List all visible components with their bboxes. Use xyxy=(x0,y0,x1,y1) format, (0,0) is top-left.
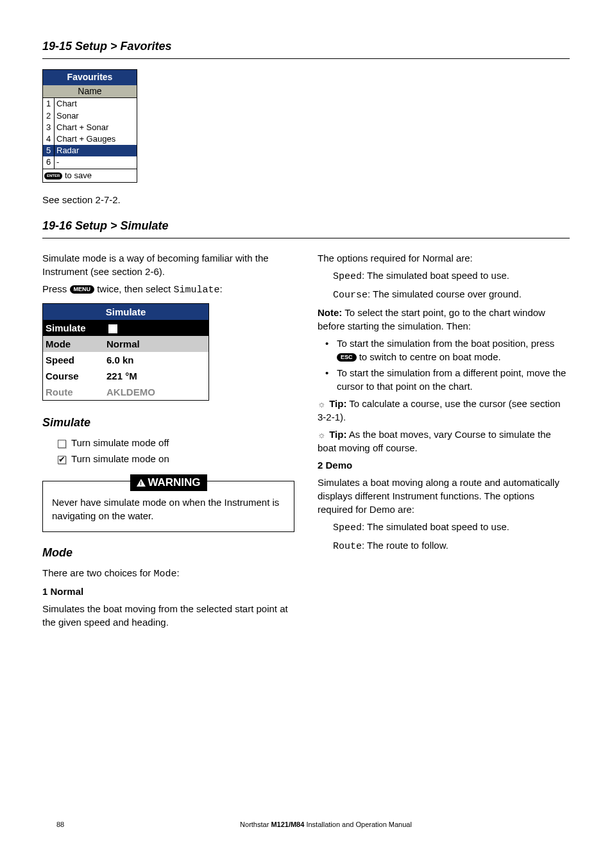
mode-1-text: Simulates the boat moving from the selec… xyxy=(42,602,294,629)
mode-1-normal: 1 Normal xyxy=(42,585,294,598)
fav-row-6: 6- xyxy=(43,156,137,168)
sim-label-speed: Speed xyxy=(43,352,104,368)
simulate-off-item: Turn simulate mode off xyxy=(58,436,294,449)
page-footer: 88 Northstar M121/M84 Installation and O… xyxy=(56,820,570,830)
enter-key-icon: ENTER xyxy=(44,172,62,179)
sim-value-speed: 6.0 kn xyxy=(104,352,208,368)
sim-value-mode: Normal xyxy=(104,336,208,352)
simulate-subhead: Simulate xyxy=(42,415,294,431)
menu-key-icon: MENU xyxy=(70,285,95,294)
sim-value-simulate xyxy=(104,320,208,336)
sim-label-course: Course xyxy=(43,368,104,384)
sim-label-simulate: Simulate xyxy=(43,320,104,336)
tip-icon xyxy=(318,400,327,409)
note-text: Note: To select the start point, go to t… xyxy=(318,306,570,333)
fav-row-1: 1Chart xyxy=(43,98,137,110)
mode-2-text: Simulates a boat moving along a route an… xyxy=(318,476,570,516)
right-column: The options required for Normal are: Spe… xyxy=(318,247,570,633)
fav-row-5-selected: 5Radar xyxy=(43,145,137,156)
simulate-widget-title: Simulate xyxy=(43,304,208,320)
bullet-different-point: To start the simulation from a different… xyxy=(325,366,570,393)
press-instruction: Press MENU twice, then select Simulate: xyxy=(42,282,294,297)
sim-label-route: Route xyxy=(43,384,104,400)
warning-box: WARNING Never have simulate mode on when… xyxy=(42,481,294,532)
esc-key-icon: ESC xyxy=(337,353,357,362)
warning-text: Never have simulate mode on when the Ins… xyxy=(52,497,279,521)
favourites-save: ENTER to save xyxy=(43,169,137,182)
start-point-list: To start the simulation from the boat po… xyxy=(318,337,570,393)
favourites-widget: Favourites Name 1Chart 2Sonar 3Chart + S… xyxy=(42,69,137,183)
tip-2: Tip: As the boat moves, vary Course to s… xyxy=(318,428,570,455)
demo-route-option: Route: The route to follow. xyxy=(333,538,570,553)
simulate-on-item: Turn simulate mode on xyxy=(58,452,294,465)
footer-text: Northstar M121/M84 Installation and Oper… xyxy=(82,820,570,830)
checkbox-checked-icon xyxy=(58,456,66,464)
sim-value-route: AKLDEMO xyxy=(104,384,208,400)
simulate-intro: Simulate mode is a way of becoming famil… xyxy=(42,251,294,278)
sim-label-mode: Mode xyxy=(43,336,104,352)
section-title-simulate: 19-16 Setup > Simulate xyxy=(42,218,570,238)
see-section-text: See section 2-7-2. xyxy=(42,193,570,206)
favourites-header: Favourites xyxy=(43,70,137,85)
speed-option: Speed: The simulated boat speed to use. xyxy=(333,269,570,283)
demo-speed-option: Speed: The simulated boat speed to use. xyxy=(333,520,570,535)
fav-row-3: 3Chart + Sonar xyxy=(43,122,137,133)
mode-intro: There are two choices for Mode: xyxy=(42,566,294,581)
course-option: Course: The simulated course over ground… xyxy=(333,287,570,302)
left-column: Simulate mode is a way of becoming famil… xyxy=(42,247,294,633)
warning-triangle-icon xyxy=(136,479,145,487)
bullet-boat-position: To start the simulation from the boat po… xyxy=(325,337,570,363)
mode-subhead: Mode xyxy=(42,545,294,561)
mode-2-demo: 2 Demo xyxy=(318,458,570,472)
simulate-widget: Simulate Simulate Mode Speed Course Rout… xyxy=(42,303,209,401)
fav-row-2: 2Sonar xyxy=(43,110,137,122)
section-title-favorites: 19-15 Setup > Favorites xyxy=(42,38,570,59)
checkbox-empty-icon xyxy=(58,440,66,448)
fav-row-4: 4Chart + Gauges xyxy=(43,133,137,145)
page-number: 88 xyxy=(56,820,82,830)
normal-options: The options required for Normal are: xyxy=(318,251,570,265)
sim-value-course: 221 °M xyxy=(104,368,208,384)
checkbox-icon xyxy=(108,324,117,333)
favourites-name-label: Name xyxy=(43,85,137,99)
tip-1: Tip: To calculate a course, use the curs… xyxy=(318,397,570,424)
warning-label: WARNING xyxy=(130,474,207,491)
tip-icon xyxy=(318,431,327,440)
